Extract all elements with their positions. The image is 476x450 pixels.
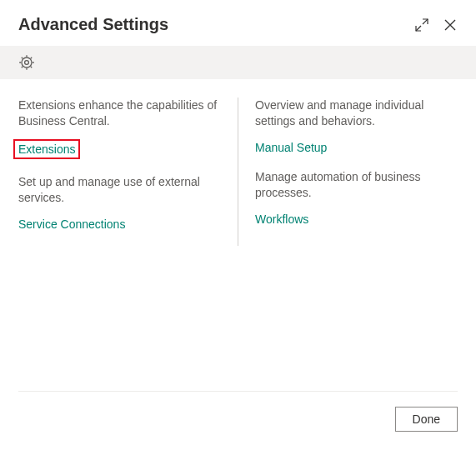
extensions-link[interactable]: Extensions: [13, 139, 80, 159]
toolbar: [0, 46, 476, 79]
extensions-description: Extensions enhance the capabilities of B…: [18, 98, 221, 129]
workflows-link[interactable]: Workflows: [255, 212, 308, 226]
done-button[interactable]: Done: [395, 407, 458, 432]
manual-setup-description: Overview and manage individual settings …: [255, 98, 458, 129]
svg-point-1: [22, 58, 32, 68]
workflows-description: Manage automation of business processes.: [255, 169, 458, 201]
close-icon[interactable]: [443, 18, 458, 32]
service-connections-description: Set up and manage use of external servic…: [18, 174, 221, 206]
service-connections-link[interactable]: Service Connections: [18, 218, 125, 231]
page-title: Advanced Settings: [18, 15, 168, 34]
gear-icon[interactable]: [18, 54, 35, 71]
svg-point-0: [25, 61, 29, 65]
footer-divider: [18, 391, 458, 392]
expand-icon[interactable]: [414, 18, 429, 32]
manual-setup-link[interactable]: Manual Setup: [255, 141, 327, 154]
